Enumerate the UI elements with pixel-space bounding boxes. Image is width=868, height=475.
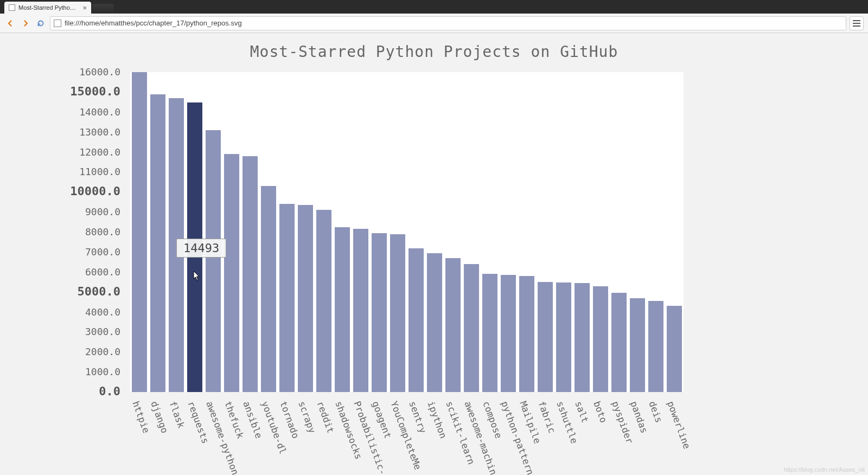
x-tick-label: httpie	[130, 400, 152, 435]
y-tick-label: 6000.0	[85, 266, 120, 278]
x-tick-label: scrapy	[296, 400, 318, 435]
bar[interactable]	[132, 72, 147, 392]
chart-title: Most-Starred Python Projects on GitHub	[0, 33, 868, 61]
new-tab-ghost[interactable]	[92, 4, 114, 14]
y-tick-label: 9000.0	[85, 206, 120, 217]
bar[interactable]	[445, 258, 461, 392]
x-tick-label: salt	[573, 400, 591, 424]
tooltip: 14493	[176, 239, 226, 258]
bar[interactable]	[353, 229, 368, 392]
url-bar[interactable]: file:///home/ehmatthes/pcc/chapter_17/py…	[50, 16, 846, 30]
bar[interactable]	[298, 205, 313, 392]
y-tick-label: 13000.0	[79, 126, 120, 138]
y-tick-label: 7000.0	[85, 246, 120, 258]
x-tick-label: boto	[591, 400, 609, 424]
bar[interactable]	[630, 298, 645, 392]
forward-button[interactable]	[20, 17, 31, 29]
bar[interactable]	[242, 156, 258, 392]
y-axis-labels: 0.05000.010000.015000.01000.02000.03000.…	[0, 72, 125, 392]
x-tick-label: powerline	[665, 400, 692, 450]
y-tick-label: 15000.0	[70, 85, 120, 98]
bar[interactable]	[261, 186, 276, 392]
bar[interactable]	[464, 264, 479, 392]
y-tick-label: 8000.0	[85, 226, 120, 238]
browser-tab[interactable]: Most-Starred Python P ×	[4, 2, 91, 14]
tab-title: Most-Starred Python P	[18, 4, 77, 11]
reload-button[interactable]	[35, 17, 47, 29]
close-icon[interactable]: ×	[82, 4, 87, 11]
y-tick-label: 14000.0	[79, 106, 120, 118]
y-tick-label: 12000.0	[79, 146, 120, 158]
tooltip-value: 14493	[183, 241, 219, 255]
bar[interactable]	[501, 275, 516, 392]
bar[interactable]	[390, 234, 405, 392]
x-tick-label: django	[149, 400, 170, 435]
x-tick-label: sentry	[407, 400, 429, 435]
menu-button[interactable]	[850, 16, 864, 30]
bar[interactable]	[224, 154, 239, 392]
x-tick-label: reddit	[315, 400, 336, 435]
bar[interactable]	[519, 276, 534, 392]
bar[interactable]	[150, 94, 165, 392]
bar[interactable]	[648, 301, 663, 392]
bar[interactable]	[538, 282, 553, 392]
y-tick-label: 16000.0	[79, 66, 120, 78]
bar[interactable]	[482, 274, 497, 392]
plot-area	[130, 72, 684, 392]
y-tick-label: 3000.0	[85, 326, 120, 337]
bar[interactable]	[556, 283, 571, 392]
y-tick-label: 10000.0	[70, 184, 120, 198]
y-tick-label: 2000.0	[85, 346, 120, 357]
hamburger-icon	[853, 20, 860, 27]
bar[interactable]	[206, 130, 221, 392]
x-tick-label: fabric	[536, 400, 558, 435]
bar[interactable]	[667, 306, 682, 392]
file-icon	[9, 4, 15, 11]
bar[interactable]	[316, 210, 331, 392]
bar[interactable]	[372, 233, 387, 392]
bar[interactable]	[279, 204, 295, 392]
bar[interactable]	[593, 286, 608, 392]
y-tick-label: 1000.0	[85, 366, 120, 377]
bar[interactable]	[611, 293, 627, 392]
bar[interactable]	[409, 248, 424, 393]
url-text: file:///home/ehmatthes/pcc/chapter_17/py…	[65, 19, 242, 27]
x-tick-label: deis	[647, 400, 665, 424]
bar[interactable]	[575, 283, 590, 392]
x-tick-label: flask	[167, 400, 187, 429]
y-tick-label: 5000.0	[78, 285, 120, 298]
y-tick-label: 11000.0	[79, 166, 120, 177]
browser-tabbar: Most-Starred Python P ×	[0, 0, 868, 14]
back-button[interactable]	[4, 17, 16, 29]
watermark: https://blog.csdn.net/Asses_nit	[784, 466, 865, 473]
x-axis-labels: httpiedjangoflaskrequestsawesome-pythont…	[130, 395, 684, 471]
bar[interactable]	[427, 253, 442, 392]
y-tick-label: 0.0	[99, 384, 120, 398]
page-viewport: Most-Starred Python Projects on GitHub 0…	[0, 33, 868, 475]
x-tick-label: pandas	[628, 400, 650, 435]
file-icon	[54, 20, 61, 27]
chart-container: Most-Starred Python Projects on GitHub 0…	[0, 33, 868, 475]
bar[interactable]	[335, 227, 350, 392]
y-tick-label: 4000.0	[85, 306, 120, 318]
browser-toolbar: file:///home/ehmatthes/pcc/chapter_17/py…	[0, 14, 868, 33]
